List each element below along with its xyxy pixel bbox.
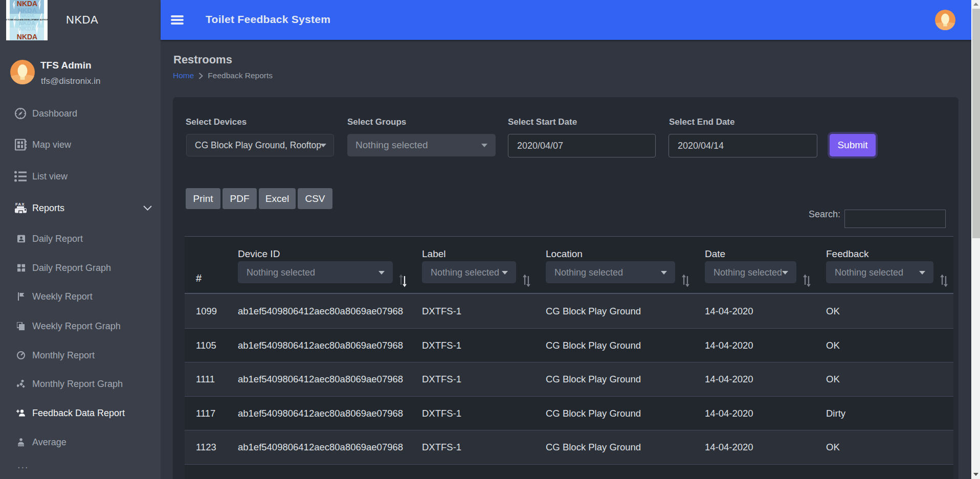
svg-text:NKDA: NKDA bbox=[19, 26, 35, 32]
svg-text:NKDA: NKDA bbox=[20, 13, 35, 18]
svg-text:NKDA: NKDA bbox=[17, 33, 37, 40]
svg-text:FAX: FAX bbox=[15, 202, 25, 207]
